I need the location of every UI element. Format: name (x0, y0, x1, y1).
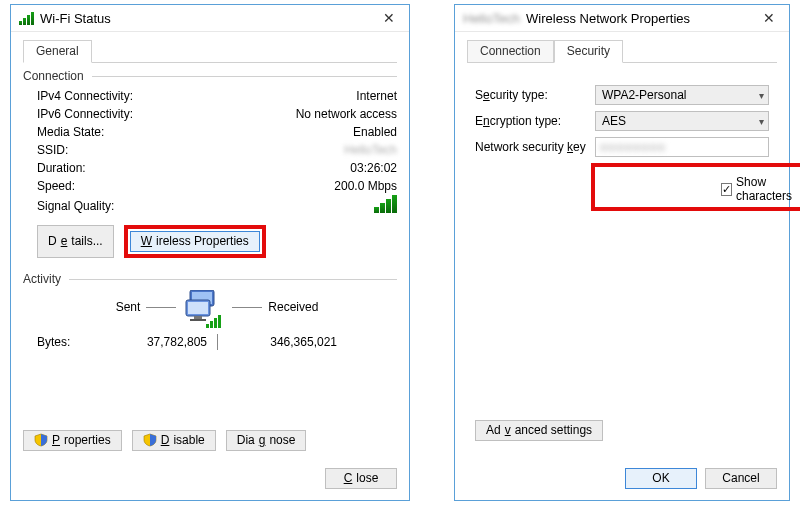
close-icon[interactable]: ✕ (375, 9, 403, 27)
tab-general[interactable]: General (23, 40, 92, 63)
checkbox-icon (721, 183, 732, 196)
ipv4-value: Internet (356, 89, 397, 103)
encryption-type-label: Encryption type: (475, 114, 595, 128)
svg-rect-9 (218, 315, 221, 328)
network-properties-tabs: Connection Security (467, 40, 777, 63)
ssid-label: SSID: (37, 143, 344, 157)
ipv6-label: IPv6 Connectivity: (37, 107, 296, 121)
network-properties-titlebar: HelloTech Wireless Network Properties ✕ (455, 5, 789, 32)
svg-rect-7 (210, 321, 213, 328)
security-type-value: WPA2-Personal (602, 88, 686, 102)
details-button[interactable]: Details... (37, 225, 114, 258)
chevron-down-icon: ▾ (759, 116, 764, 127)
activity-received-label: Received (268, 300, 318, 314)
cancel-button[interactable]: Cancel (705, 468, 777, 489)
bytes-sent-value: 37,782,805 (107, 335, 207, 349)
duration-label: Duration: (37, 161, 350, 175)
speed-value: 200.0 Mbps (334, 179, 397, 193)
wireless-properties-callout: Wireless Properties (124, 225, 266, 258)
disable-button[interactable]: Disable (132, 430, 216, 451)
show-characters-checkbox[interactable]: Show characters (717, 173, 798, 205)
network-key-label: Network security key (475, 140, 595, 154)
network-key-input[interactable]: ●●●●●●●● (595, 137, 769, 157)
row-ssid: SSID: HelloTech (23, 141, 397, 159)
advanced-settings-button[interactable]: Advanced settings (475, 420, 603, 441)
activity-bytes-row: Bytes: 37,782,805 346,365,021 (37, 334, 397, 350)
speed-label: Speed: (37, 179, 334, 193)
row-security-type: Security type: WPA2-Personal ▾ (475, 85, 769, 105)
media-value: Enabled (353, 125, 397, 139)
network-properties-title: Wireless Network Properties (526, 11, 690, 26)
svg-rect-3 (188, 302, 208, 314)
security-type-select[interactable]: WPA2-Personal ▾ (595, 85, 769, 105)
wifi-signal-icon (19, 11, 34, 25)
bytes-label: Bytes: (37, 335, 107, 349)
signal-quality-label: Signal Quality: (37, 199, 374, 213)
network-properties-window: HelloTech Wireless Network Properties ✕ … (454, 4, 790, 501)
computer-icon (182, 290, 226, 324)
diagnose-button[interactable]: Diagnose (226, 430, 307, 451)
tab-security[interactable]: Security (554, 40, 623, 63)
bytes-recv-value: 346,365,021 (227, 335, 337, 349)
show-characters-callout: Show characters (591, 163, 800, 211)
encryption-type-select[interactable]: AES ▾ (595, 111, 769, 131)
wifi-status-tabs: General (23, 40, 397, 63)
duration-value: 03:26:02 (350, 161, 397, 175)
svg-rect-6 (206, 324, 209, 328)
ipv6-value: No network access (296, 107, 397, 121)
wifi-status-window: Wi-Fi Status ✕ General Connection IPv4 C… (10, 4, 410, 501)
row-ipv4: IPv4 Connectivity: Internet (23, 87, 397, 105)
shield-icon (143, 433, 157, 447)
properties-button[interactable]: Properties (23, 430, 122, 451)
svg-rect-8 (214, 318, 217, 328)
close-icon[interactable]: ✕ (755, 9, 783, 27)
row-ipv6: IPv6 Connectivity: No network access (23, 105, 397, 123)
encryption-type-value: AES (602, 114, 626, 128)
wifi-status-titlebar: Wi-Fi Status ✕ (11, 5, 409, 32)
svg-rect-4 (194, 316, 202, 319)
row-media: Media State: Enabled (23, 123, 397, 141)
security-type-label: Security type: (475, 88, 595, 102)
tab-connection[interactable]: Connection (467, 40, 554, 63)
row-signal-quality: Signal Quality: (23, 195, 397, 215)
ok-button[interactable]: OK (625, 468, 697, 489)
media-label: Media State: (37, 125, 353, 139)
close-button[interactable]: Close (325, 468, 397, 489)
wireless-properties-button[interactable]: Wireless Properties (130, 231, 260, 252)
signal-quality-icon (374, 199, 397, 213)
activity-diagram: Sent Rec (37, 290, 397, 324)
wifi-status-title: Wi-Fi Status (40, 11, 111, 26)
ipv4-label: IPv4 Connectivity: (37, 89, 356, 103)
row-speed: Speed: 200.0 Mbps (23, 177, 397, 195)
ssid-value: HelloTech (344, 143, 397, 157)
shield-icon (34, 433, 48, 447)
show-characters-label: Show characters (736, 175, 794, 203)
row-encryption-type: Encryption type: AES ▾ (475, 111, 769, 131)
network-name-blurred: HelloTech (463, 11, 520, 26)
activity-sent-label: Sent (116, 300, 141, 314)
row-duration: Duration: 03:26:02 (23, 159, 397, 177)
chevron-down-icon: ▾ (759, 90, 764, 101)
row-network-key: Network security key ●●●●●●●● (475, 137, 769, 157)
section-activity: Activity (23, 272, 397, 286)
svg-rect-5 (190, 319, 206, 321)
section-connection: Connection (23, 69, 397, 83)
network-key-value: ●●●●●●●● (600, 140, 666, 154)
